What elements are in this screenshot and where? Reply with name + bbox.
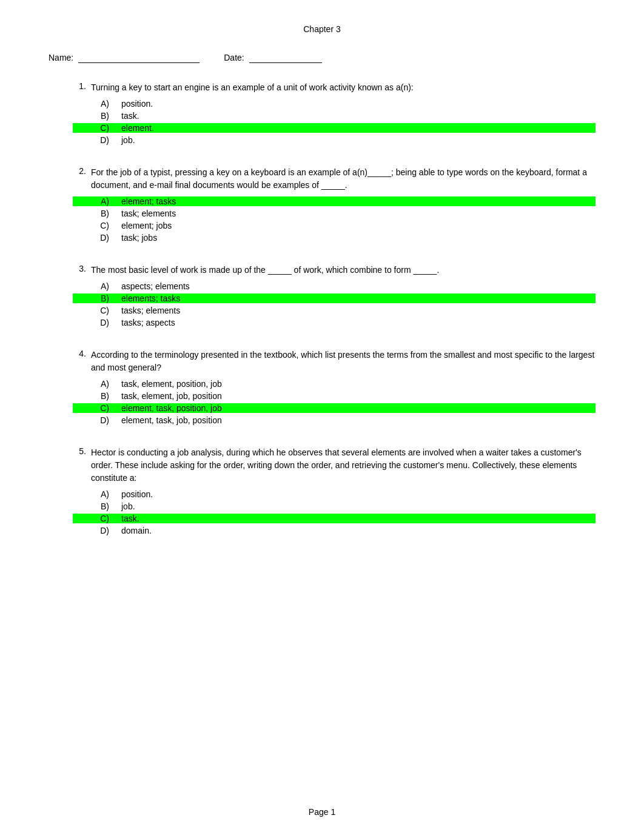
question-5-answer-C: C)task. — [73, 514, 595, 523]
answer-text-3-3: tasks; aspects — [121, 318, 595, 327]
answer-text-3-2: tasks; elements — [121, 306, 595, 315]
question-2-answer-B: B)task; elements — [73, 209, 595, 218]
question-3-answer-B: B)elements; tasks — [73, 293, 595, 303]
page-footer: Page 1 — [0, 807, 644, 817]
answer-text-2-1: task; elements — [121, 209, 595, 218]
question-5-answer-D: D)domain. — [73, 526, 595, 535]
question-3-answers: A)aspects; elementsB)elements; tasksC)ta… — [73, 281, 595, 327]
page-number: Page 1 — [309, 807, 335, 817]
question-3-text: The most basic level of work is made up … — [91, 264, 595, 277]
date-input-line[interactable] — [249, 52, 322, 63]
answer-text-1-2: element. — [121, 123, 595, 133]
question-2-answers: A)element; tasksB)task; elementsC)elemen… — [73, 196, 595, 243]
page: Chapter 3 Name: Date: 1.Turning a key to… — [0, 0, 644, 835]
answer-letter-2-1: B) — [73, 209, 121, 218]
answer-text-3-1: elements; tasks — [121, 293, 595, 303]
question-5-text: Hector is conducting a job analysis, dur… — [91, 446, 595, 485]
answer-letter-4-2: C) — [73, 403, 121, 413]
date-field: Date: — [224, 52, 321, 63]
name-label: Name: — [49, 53, 73, 62]
chapter-title: Chapter 3 — [303, 24, 340, 34]
question-4-answer-D: D)element, task, job, position — [73, 415, 595, 425]
question-5-answer-B: B)job. — [73, 501, 595, 511]
answer-letter-1-0: A) — [73, 99, 121, 109]
question-5: 5.Hector is conducting a job analysis, d… — [73, 446, 595, 535]
answer-text-5-2: task. — [121, 514, 595, 523]
question-5-answer-A: A)position. — [73, 489, 595, 499]
answer-text-5-1: job. — [121, 501, 595, 511]
answer-letter-5-1: B) — [73, 501, 121, 511]
question-4-answers: A)task, element, position, jobB)task, el… — [73, 379, 595, 425]
answer-letter-5-0: A) — [73, 489, 121, 499]
answer-letter-4-1: B) — [73, 391, 121, 401]
answer-letter-1-3: D) — [73, 135, 121, 145]
answer-letter-3-0: A) — [73, 281, 121, 291]
question-3-number: 3. — [73, 264, 91, 277]
answer-text-2-2: element; jobs — [121, 221, 595, 230]
answer-letter-2-3: D) — [73, 233, 121, 243]
question-2-intro: 2.For the job of a typist, pressing a ke… — [73, 166, 595, 192]
question-2-answer-A: A)element; tasks — [73, 196, 595, 206]
name-date-row: Name: Date: — [49, 52, 595, 63]
question-3: 3.The most basic level of work is made u… — [73, 264, 595, 327]
answer-text-1-0: position. — [121, 99, 595, 109]
question-3-answer-C: C)tasks; elements — [73, 306, 595, 315]
answer-letter-4-0: A) — [73, 379, 121, 389]
answer-text-3-0: aspects; elements — [121, 281, 595, 291]
answer-text-4-1: task, element, job, position — [121, 391, 595, 401]
answer-text-2-0: element; tasks — [121, 196, 595, 206]
question-4: 4.According to the terminology presented… — [73, 349, 595, 425]
question-1-answer-A: A)position. — [73, 99, 595, 109]
answer-text-2-3: task; jobs — [121, 233, 595, 243]
answer-letter-4-3: D) — [73, 415, 121, 425]
question-1-answer-C: C)element. — [73, 123, 595, 133]
question-4-intro: 4.According to the terminology presented… — [73, 349, 595, 374]
question-1: 1.Turning a key to start an engine is an… — [73, 81, 595, 145]
question-2-text: For the job of a typist, pressing a key … — [91, 166, 595, 192]
questions-container: 1.Turning a key to start an engine is an… — [73, 81, 595, 535]
question-5-intro: 5.Hector is conducting a job analysis, d… — [73, 446, 595, 485]
answer-text-5-3: domain. — [121, 526, 595, 535]
answer-text-4-3: element, task, job, position — [121, 415, 595, 425]
answer-text-1-1: task. — [121, 111, 595, 121]
question-4-answer-C: C)element, task, position, job — [73, 403, 595, 413]
answer-text-5-0: position. — [121, 489, 595, 499]
answer-text-1-3: job. — [121, 135, 595, 145]
answer-text-4-2: element, task, position, job — [121, 403, 595, 413]
question-1-answer-B: B)task. — [73, 111, 595, 121]
answer-letter-2-0: A) — [73, 196, 121, 206]
answer-letter-1-2: C) — [73, 123, 121, 133]
answer-letter-1-1: B) — [73, 111, 121, 121]
name-input-line[interactable] — [78, 52, 200, 63]
answer-letter-2-2: C) — [73, 221, 121, 230]
question-5-number: 5. — [73, 446, 91, 485]
answer-text-4-0: task, element, position, job — [121, 379, 595, 389]
question-5-answers: A)position.B)job.C)task.D)domain. — [73, 489, 595, 535]
answer-letter-3-1: B) — [73, 293, 121, 303]
question-3-intro: 3.The most basic level of work is made u… — [73, 264, 595, 277]
question-3-answer-A: A)aspects; elements — [73, 281, 595, 291]
question-1-answer-D: D)job. — [73, 135, 595, 145]
question-4-answer-A: A)task, element, position, job — [73, 379, 595, 389]
question-2-answer-C: C)element; jobs — [73, 221, 595, 230]
answer-letter-3-3: D) — [73, 318, 121, 327]
question-1-number: 1. — [73, 81, 91, 94]
answer-letter-5-3: D) — [73, 526, 121, 535]
question-4-text: According to the terminology presented i… — [91, 349, 595, 374]
question-1-text: Turning a key to start an engine is an e… — [91, 81, 595, 94]
question-1-intro: 1.Turning a key to start an engine is an… — [73, 81, 595, 94]
date-label: Date: — [224, 53, 244, 62]
answer-letter-5-2: C) — [73, 514, 121, 523]
question-4-answer-B: B)task, element, job, position — [73, 391, 595, 401]
answer-letter-3-2: C) — [73, 306, 121, 315]
question-1-answers: A)position.B)task.C)element.D)job. — [73, 99, 595, 145]
name-field: Name: — [49, 52, 200, 63]
question-2-number: 2. — [73, 166, 91, 192]
page-header: Chapter 3 — [49, 24, 595, 34]
question-3-answer-D: D)tasks; aspects — [73, 318, 595, 327]
question-2-answer-D: D)task; jobs — [73, 233, 595, 243]
question-2: 2.For the job of a typist, pressing a ke… — [73, 166, 595, 243]
question-4-number: 4. — [73, 349, 91, 374]
